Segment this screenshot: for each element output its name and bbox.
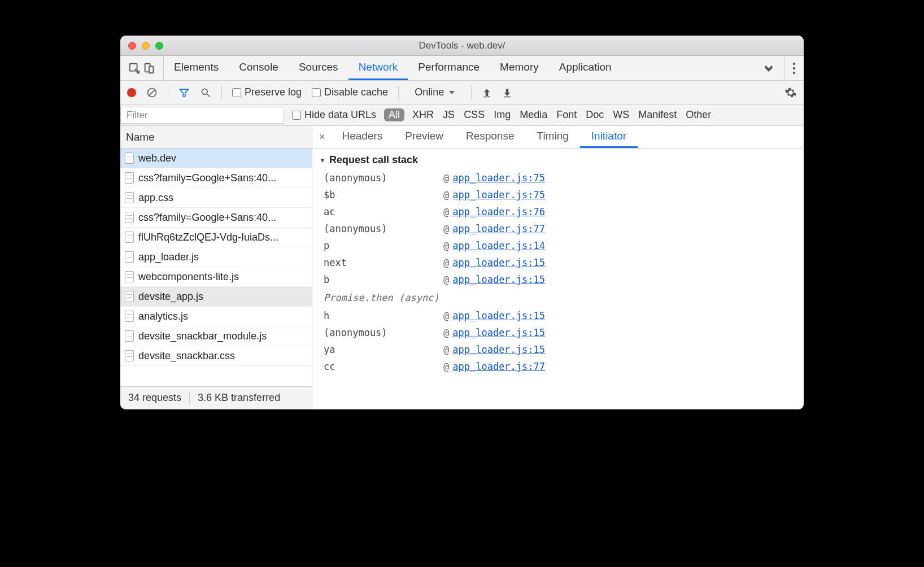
throttling-value: Online [415,86,444,98]
filter-icon[interactable] [178,87,190,98]
download-har-icon[interactable] [502,88,512,98]
request-row[interactable]: analytics.js [120,307,312,326]
disclosure-triangle-icon[interactable]: ▼ [319,156,326,164]
tabs-overflow-icon[interactable] [753,56,784,80]
request-row[interactable]: web.dev [120,149,312,168]
stack-source-link[interactable]: app_loader.js:76 [452,203,545,220]
hide-data-urls-input[interactable] [292,111,301,120]
file-icon [125,192,134,203]
hide-data-urls-checkbox[interactable]: Hide data URLs [292,109,376,121]
zoom-window-button[interactable] [155,42,163,50]
stack-source-link[interactable]: app_loader.js:15 [452,271,545,288]
device-toggle-icon[interactable] [143,62,155,75]
filter-type-all[interactable]: All [384,108,404,121]
preserve-log-input[interactable] [232,88,241,97]
request-row[interactable]: webcomponents-lite.js [120,267,312,287]
stack-source-link[interactable]: app_loader.js:15 [452,307,545,324]
section-title: Request call stack [329,154,418,166]
close-window-button[interactable] [128,42,136,50]
filter-type-ws[interactable]: WS [613,109,629,121]
disable-cache-input[interactable] [312,88,321,97]
preserve-log-checkbox[interactable]: Preserve log [232,86,302,98]
stack-frame: (anonymous)@app_loader.js:77 [319,220,797,237]
tab-elements[interactable]: Elements [164,56,229,80]
stack-frame: ac@app_loader.js:76 [319,203,797,220]
stack-at-symbol: @ [443,220,449,237]
kebab-menu-icon[interactable] [784,56,804,80]
request-row[interactable]: css?family=Google+Sans:40... [120,168,312,188]
svg-point-5 [793,71,795,73]
tab-application[interactable]: Application [549,56,622,80]
svg-point-3 [793,62,795,64]
upload-har-icon[interactable] [482,88,492,98]
file-icon [125,311,134,322]
record-button[interactable] [127,88,136,97]
request-row[interactable]: flUhRq6tzZclQEJ-Vdg-IuiaDs... [120,228,312,247]
request-name: devsite_snackbar.css [138,350,235,362]
request-list-header[interactable]: Name [120,126,312,149]
close-detail-icon[interactable]: × [317,126,331,148]
separator [398,85,399,100]
stack-at-symbol: @ [443,186,449,203]
stack-frame: next@app_loader.js:15 [319,254,797,271]
search-icon[interactable] [200,87,211,98]
stack-source-link[interactable]: app_loader.js:15 [452,324,545,341]
file-icon [125,330,134,342]
filter-type-js[interactable]: JS [443,109,455,121]
request-row[interactable]: app.css [120,188,312,208]
filter-type-img[interactable]: Img [494,109,511,121]
preserve-log-label: Preserve log [245,86,302,98]
filter-type-manifest[interactable]: Manifest [638,109,677,121]
clear-icon[interactable] [146,87,158,98]
request-row[interactable]: devsite_app.js [120,287,312,307]
main-tabs: ElementsConsoleSourcesNetworkPerformance… [120,56,804,81]
stack-at-symbol: @ [443,324,449,341]
stack-source-link[interactable]: app_loader.js:77 [452,358,545,375]
tab-performance[interactable]: Performance [408,56,490,80]
request-row[interactable]: devsite_snackbar_module.js [120,326,312,346]
filter-type-xhr[interactable]: XHR [412,109,434,121]
filter-type-doc[interactable]: Doc [586,109,604,121]
section-header[interactable]: ▼ Request call stack [319,154,797,166]
stack-function: cc [319,358,443,375]
stack-source-link[interactable]: app_loader.js:15 [452,341,545,358]
stack-function: (anonymous) [319,220,443,237]
stack-at-symbol: @ [443,254,449,271]
filter-bar: Hide data URLs All XHRJSCSSImgMediaFontD… [120,104,804,126]
request-row[interactable]: devsite_snackbar.css [120,346,312,366]
network-toolbar: Preserve log Disable cache Online [120,81,804,104]
stack-source-link[interactable]: app_loader.js:14 [452,237,545,254]
detail-pane: × HeadersPreviewResponseTimingInitiator … [312,126,804,409]
stack-source-link[interactable]: app_loader.js:75 [452,169,545,186]
minimize-window-button[interactable] [142,42,150,50]
svg-line-9 [207,94,210,97]
filter-type-css[interactable]: CSS [464,109,485,121]
settings-gear-icon[interactable] [784,86,797,99]
disable-cache-checkbox[interactable]: Disable cache [312,86,388,98]
detail-tab-headers[interactable]: Headers [331,126,394,148]
titlebar: DevTools - web.dev/ [120,36,804,56]
request-row[interactable]: css?family=Google+Sans:40... [120,208,312,228]
detail-tab-preview[interactable]: Preview [394,126,455,148]
tab-memory[interactable]: Memory [490,56,549,80]
request-count: 34 requests [128,392,181,404]
filter-type-media[interactable]: Media [520,109,547,121]
tab-sources[interactable]: Sources [289,56,348,80]
filter-type-other[interactable]: Other [686,109,711,121]
tab-network[interactable]: Network [348,56,408,80]
detail-tab-initiator[interactable]: Initiator [580,126,638,148]
filter-type-font[interactable]: Font [556,109,577,121]
stack-source-link[interactable]: app_loader.js:77 [452,220,545,237]
request-row[interactable]: app_loader.js [120,247,312,267]
file-icon [125,291,134,302]
request-name: devsite_snackbar_module.js [138,330,267,342]
detail-body: ▼ Request call stack (anonymous)@app_loa… [312,149,804,409]
stack-source-link[interactable]: app_loader.js:15 [452,254,545,271]
detail-tab-response[interactable]: Response [455,126,526,148]
filter-input[interactable] [120,107,284,124]
tab-console[interactable]: Console [229,56,289,80]
inspect-element-icon[interactable] [128,62,141,75]
detail-tab-timing[interactable]: Timing [525,126,579,148]
throttling-select[interactable]: Online [409,86,461,98]
stack-source-link[interactable]: app_loader.js:75 [452,186,545,203]
